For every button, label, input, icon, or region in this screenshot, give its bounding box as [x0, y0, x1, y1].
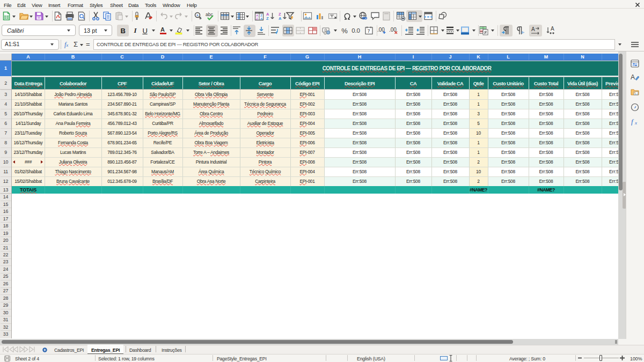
svg-text:A: A — [160, 26, 165, 33]
svg-text:7: 7 — [368, 28, 370, 34]
svg-text:A: A — [279, 16, 282, 21]
svg-text:A: A — [551, 26, 554, 32]
svg-text:A: A — [260, 17, 263, 20]
svg-text:d: d — [199, 16, 201, 20]
svg-text:f: f — [631, 117, 634, 125]
svg-text:A: A — [631, 73, 635, 81]
svg-text:A: A — [531, 26, 535, 32]
svg-text:a: a — [196, 13, 199, 17]
svg-text:x: x — [634, 120, 637, 125]
svg-text:Z: Z — [266, 16, 269, 21]
svg-text:Z: Z — [256, 17, 258, 20]
svg-text:.00: .00 — [377, 27, 385, 33]
